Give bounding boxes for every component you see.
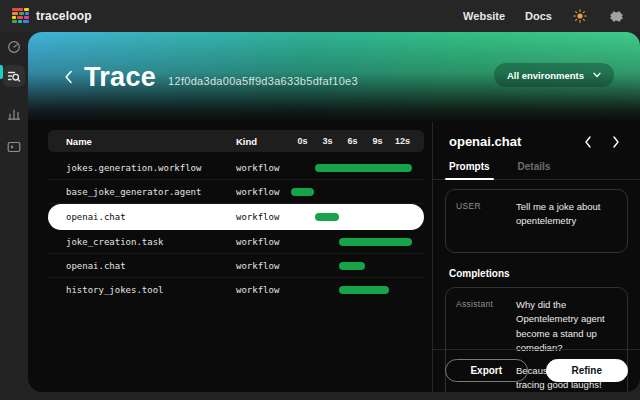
traceloop-logo-icon (12, 8, 29, 24)
duration-bar (315, 213, 339, 221)
trace-header: Trace 12f0da3da00a5ff9d3a633b5dfaf10e3 A… (28, 32, 640, 122)
span-name: joke_creation.task (66, 237, 236, 247)
detail-tabs: Prompts Details (433, 161, 640, 180)
span-name: openai.chat (66, 212, 236, 222)
duration-bar (315, 164, 412, 172)
brand[interactable]: traceloop (12, 8, 92, 24)
message-text: Tell me a joke about opentelemetry (516, 200, 617, 242)
table-row[interactable]: openai.chatworkflow (48, 254, 424, 278)
span-name: jokes.generation.workflow (66, 163, 236, 173)
span-name: base_joke_generator.agent (66, 187, 236, 197)
sidebar-item-playground[interactable] (3, 136, 25, 158)
sidebar-item-traces[interactable] (3, 65, 25, 87)
span-kind: workflow (236, 187, 290, 197)
span-timeline: Name Kind 0s3s6s9s12s jokes.generation.w… (28, 122, 432, 392)
trace-search-icon (7, 69, 21, 83)
duration-bar (339, 286, 389, 294)
span-kind: workflow (236, 285, 290, 295)
detail-actions: Export Refine (433, 349, 640, 392)
span-title: openai.chat (449, 134, 521, 149)
table-row[interactable]: base_joke_generator.agentworkflow (48, 180, 424, 204)
theme-sun-icon[interactable] (572, 8, 588, 24)
completions-heading: Completions (449, 268, 628, 279)
prompt-message: USER Tell me a joke about opentelemetry (445, 189, 628, 253)
tick-label: 12s (390, 136, 415, 146)
tick-label: 9s (365, 136, 390, 146)
tick-label: 6s (340, 136, 365, 146)
span-kind: workflow (236, 237, 290, 247)
chevron-left-icon (584, 136, 592, 148)
next-span-button[interactable] (610, 135, 622, 149)
duration-bar (339, 262, 365, 270)
duration-bar (339, 238, 412, 246)
gauge-icon (7, 40, 21, 54)
table-row[interactable]: joke_creation.taskworkflow (48, 230, 424, 254)
table-header-row: Name Kind 0s3s6s9s12s (48, 130, 424, 152)
tab-details[interactable]: Details (518, 161, 551, 179)
docs-link[interactable]: Docs (525, 10, 552, 22)
export-button[interactable]: Export (445, 359, 528, 382)
environment-selector-label: All environments (507, 70, 584, 81)
chevron-down-icon (593, 72, 601, 78)
tick-label: 3s (315, 136, 340, 146)
refine-button[interactable]: Refine (546, 359, 629, 382)
column-header-kind: Kind (236, 136, 290, 147)
sidebar-item-dashboard[interactable] (3, 36, 25, 58)
top-bar: traceloop Website Docs (0, 0, 640, 32)
timeline-rows: jokes.generation.workflowworkflowbase_jo… (48, 156, 424, 302)
tab-prompts[interactable]: Prompts (449, 161, 490, 179)
terminal-icon (7, 140, 21, 154)
span-kind: workflow (236, 212, 290, 222)
sidebar (0, 32, 28, 400)
span-kind: workflow (236, 163, 290, 173)
active-item-indicator (0, 65, 3, 79)
environment-selector[interactable]: All environments (494, 63, 614, 87)
duration-bar (291, 188, 314, 196)
table-row[interactable]: openai.chatworkflow (48, 204, 424, 230)
table-row[interactable]: history_jokes.toolworkflow (48, 278, 424, 302)
settings-gear-icon[interactable] (608, 8, 624, 24)
span-name: history_jokes.tool (66, 285, 236, 295)
sidebar-item-analytics[interactable] (3, 103, 25, 125)
span-kind: workflow (236, 261, 290, 271)
table-row[interactable]: jokes.generation.workflowworkflow (48, 156, 424, 180)
bar-chart-icon (7, 107, 21, 121)
tick-label: 0s (290, 136, 315, 146)
website-link[interactable]: Website (463, 10, 505, 22)
column-header-name: Name (66, 136, 236, 147)
back-button[interactable] (60, 67, 76, 87)
span-detail-panel: openai.chat Prompts Details USER Tell (432, 122, 640, 392)
message-role: USER (456, 200, 506, 242)
chevron-left-icon (64, 70, 73, 84)
trace-id: 12f0da3da00a5ff9d3a633b5dfaf10e3 (168, 75, 358, 87)
brand-name: traceloop (36, 9, 92, 23)
span-name: openai.chat (66, 261, 236, 271)
page-title: Trace (84, 62, 156, 93)
timeline-ticks: 0s3s6s9s12s (290, 136, 424, 146)
main-panel: Trace 12f0da3da00a5ff9d3a633b5dfaf10e3 A… (28, 32, 640, 392)
prev-span-button[interactable] (582, 135, 594, 149)
chevron-right-icon (612, 136, 620, 148)
